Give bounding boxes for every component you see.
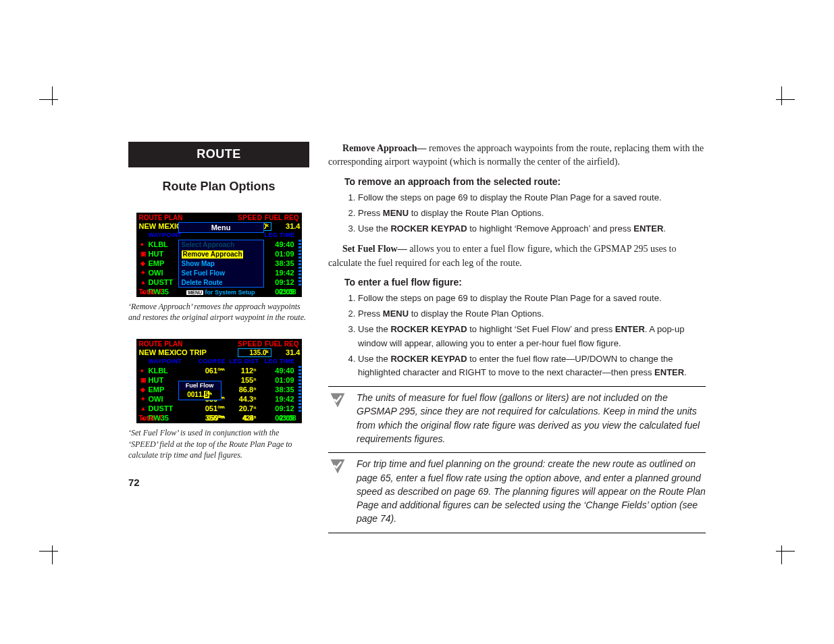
lcd-speed-label: SPEED <box>238 340 262 348</box>
leg-time: 49:40 <box>262 366 294 375</box>
fuel-flow-title: Fuel Flow <box>179 381 221 390</box>
para-set-fuel-flow: Set Fuel Flow— allows you to enter a fue… <box>328 242 706 270</box>
step: Follow the steps on page 69 to display t… <box>358 292 706 305</box>
leg-dist: 155ⁿ <box>230 375 257 385</box>
fuel-flow-popup: Fuel Flow 0011.5ʰ <box>178 381 221 400</box>
lcd-speed: 135.0ᵏ <box>238 348 271 357</box>
col-waypoint: WAYPOINT <box>149 358 182 365</box>
col-legtime: LEG TIME <box>265 232 295 238</box>
leg-time: 09:12 <box>262 277 294 287</box>
note-text: For trip time and fuel planning on the g… <box>357 457 706 525</box>
waypoint: HUT <box>149 375 182 385</box>
leg-dist: 20.7ⁿ <box>230 404 257 413</box>
crop-mark <box>39 537 66 564</box>
left-column: ROUTE Route Plan Options ROUTE PLAN SPEE… <box>128 142 309 537</box>
lcd-fuel: 31.4 <box>278 222 301 230</box>
waypoint-symbol: ▣ <box>140 249 147 259</box>
waypoint: KLBL <box>149 366 182 375</box>
course: 051°ᵐ <box>199 404 226 413</box>
page: ROUTE Route Plan Options ROUTE PLAN SPEE… <box>128 142 706 537</box>
screenshot-fuelflow: ROUTE PLAN SPEED FUEL REQ NEW MEXICO TRI… <box>136 339 302 423</box>
lcd-route-title: NEW MEXICO TRIP <box>139 348 207 356</box>
menu-set-fuel-flow: Set Fuel Flow <box>179 269 263 278</box>
step: Use the ROCKER KEYPAD to highlight ‘Set … <box>358 323 706 350</box>
waypoint: DUSTT <box>149 404 182 413</box>
tab-title: ROUTE <box>128 142 309 167</box>
screenshot-menu: ROUTE PLAN SPEED FUEL REQ NEW MEXICO 0ᵏ … <box>136 213 302 297</box>
waypoint-symbol: ✦ <box>140 394 146 404</box>
leg-dist: 86.8ⁿ <box>230 385 257 394</box>
course: 061°ᵐ <box>199 366 226 375</box>
check-icon <box>328 391 347 410</box>
divider <box>328 386 706 387</box>
lcd-route-plan-label: ROUTE PLAN <box>139 340 183 348</box>
waypoint-symbol: ▲ <box>140 404 147 413</box>
col-legtime: LEG TIME <box>265 358 295 365</box>
lead-remove-approach: Remove Approach— <box>342 143 427 153</box>
lcd-route-plan-label: ROUTE PLAN <box>139 214 183 221</box>
waypoint-symbol: ✦ <box>140 268 146 277</box>
waypoint: OWI <box>149 394 182 404</box>
crop-mark <box>768 86 795 113</box>
menu-select-approach: Select Approach <box>179 240 263 250</box>
waypoint: EMP <box>149 385 182 394</box>
page-number: 72 <box>128 477 309 488</box>
lcd-speed-label: SPEED <box>238 214 262 221</box>
waypoint: EMP <box>149 259 182 268</box>
leg-time: 38:35 <box>262 259 294 268</box>
leg-dist: 44.3ⁿ <box>230 394 257 404</box>
lcd-row: ●KLBL061°ᵐ112ⁿ49:40 <box>136 366 302 375</box>
leg-time: 49:40 <box>262 240 294 249</box>
steps-remove-approach: Follow the steps on page 69 to display t… <box>344 191 706 236</box>
right-column: Remove Approach— removes the approach wa… <box>328 142 706 537</box>
caption-1: ‘Remove Approach’ removes the approach w… <box>128 301 309 323</box>
leg-time: 09:12 <box>262 404 294 413</box>
total-label: Total: 7 <box>139 414 163 422</box>
menu-hint: MENU for System Setup <box>178 289 264 296</box>
caption-2: ‘Set Fuel Flow’ is used in conjunction w… <box>128 427 309 460</box>
menu-remove-approach: Remove Approach <box>179 250 263 259</box>
waypoint-symbol: ● <box>140 366 144 375</box>
crop-mark <box>39 86 66 113</box>
steps-set-fuel-flow: Follow the steps on page 69 to display t… <box>344 292 706 379</box>
menu-show-map: Show Map <box>179 259 263 269</box>
total-dist: 424ⁿ <box>230 414 257 422</box>
col-waypoint: WAYPOINT <box>149 232 182 238</box>
divider <box>328 533 706 533</box>
note-text: The units of measure for fuel flow (gall… <box>357 391 706 446</box>
leg-time: 38:35 <box>262 385 294 394</box>
waypoint-symbol: ● <box>140 240 144 249</box>
step: Use the ROCKER KEYPAD to highlight ‘Remo… <box>358 222 706 236</box>
waypoint-symbol: ▲ <box>140 277 147 287</box>
waypoint-symbol: ◆ <box>140 259 145 268</box>
divider <box>328 452 706 453</box>
total-time: 03:08 <box>279 288 296 296</box>
note-2: For trip time and fuel planning on the g… <box>328 457 706 525</box>
total-label: Total: 7 <box>139 288 163 296</box>
leg-dist: 112ⁿ <box>230 366 257 375</box>
crop-mark <box>768 537 795 564</box>
col-course: COURSE <box>199 358 226 365</box>
heading-set-fuel-flow: To enter a fuel flow figure: <box>344 275 706 289</box>
lcd-fuel: 31.4 <box>278 348 301 356</box>
waypoint-symbol: ▣ <box>140 375 147 385</box>
menu-delete-route: Delete Route <box>179 278 263 288</box>
step: Press MENU to display the Route Plan Opt… <box>358 307 706 321</box>
check-icon <box>328 457 347 476</box>
total-course: 059°ᵐ <box>199 414 226 422</box>
total-time: 03:08 <box>279 414 296 422</box>
waypoint: KLBL <box>149 240 182 249</box>
lcd-fuel-req-label: FUEL REQ <box>265 214 298 221</box>
leg-time: 01:09 <box>262 249 294 259</box>
menu-box: Select Approach Remove Approach Show Map… <box>178 240 264 288</box>
waypoint: HUT <box>149 249 182 259</box>
leg-time: 19:42 <box>262 394 294 404</box>
lead-set-fuel-flow: Set Fuel Flow— <box>342 244 407 254</box>
menu-title: Menu <box>178 222 264 233</box>
leg-time: 01:09 <box>262 375 294 385</box>
lcd-fuel-req-label: FUEL REQ <box>265 340 298 348</box>
col-legdist: LEG DIST <box>230 358 259 365</box>
note-1: The units of measure for fuel flow (gall… <box>328 391 706 446</box>
step: Follow the steps on page 69 to display t… <box>358 191 706 205</box>
fuel-flow-value: 0011.5ʰ <box>180 390 220 399</box>
